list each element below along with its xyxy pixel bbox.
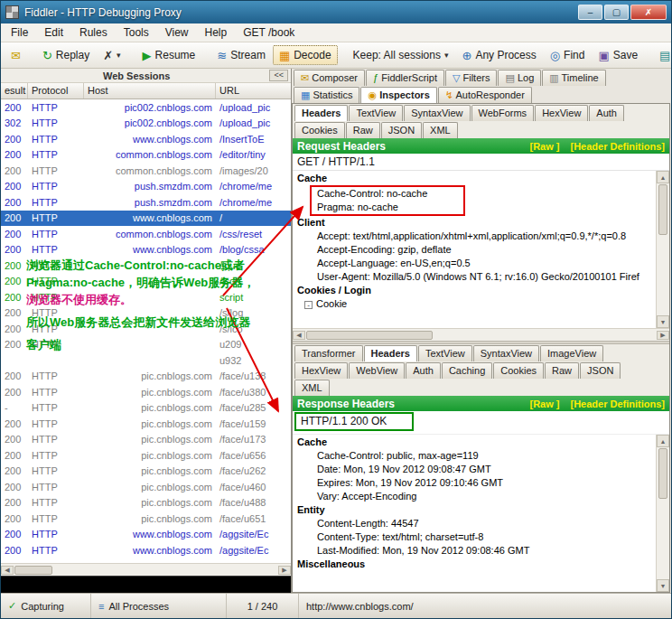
- session-row[interactable]: 200HTTPpush.smzdm.com/chrome/me: [1, 194, 291, 211]
- session-row[interactable]: 200HTTPpic.cnblogs.com/face/u262: [1, 464, 291, 480]
- header-item[interactable]: Expires: Mon, 19 Nov 2012 09:10:46 GMT: [295, 476, 656, 490]
- response-vertical-scrollbar[interactable]: ▲ ▼: [656, 435, 669, 592]
- comment-button[interactable]: ✉: [5, 46, 27, 65]
- maximize-button[interactable]: ▢: [604, 5, 629, 20]
- tab-hexview[interactable]: HexView: [535, 105, 588, 121]
- find-button[interactable]: ◎Find: [544, 45, 592, 65]
- header-definitions-link[interactable]: [Header Definitions]: [570, 141, 665, 152]
- menu-item[interactable]: Edit: [36, 23, 71, 42]
- tab-autoresponder[interactable]: AutoResponder: [438, 87, 532, 103]
- tab-textview[interactable]: TextView: [349, 105, 403, 121]
- menu-item[interactable]: File: [3, 23, 36, 42]
- keep-sessions-button[interactable]: Keep: All sessions▾: [347, 45, 455, 65]
- tab-caching[interactable]: Caching: [442, 362, 492, 379]
- replay-button[interactable]: ↻Replay: [36, 45, 96, 65]
- scroll-up-icon[interactable]: ▲: [657, 171, 669, 183]
- tab-cookies[interactable]: Cookies: [493, 362, 544, 379]
- tab-json[interactable]: JSON: [580, 362, 621, 379]
- header-item[interactable]: Vary: Accept-Encoding: [295, 490, 656, 503]
- capturing-indicator[interactable]: ✓ Capturing: [1, 594, 91, 618]
- header-item[interactable]: Accept-Language: en-US,en;q=0.5: [295, 257, 656, 270]
- any-process-button[interactable]: ⊕Any Process: [455, 45, 542, 65]
- session-row[interactable]: 200HTTPpic.cnblogs.com/face/u460: [1, 479, 291, 495]
- scrollbar-thumb[interactable]: [14, 566, 52, 575]
- tab-raw[interactable]: Raw: [545, 362, 579, 379]
- scrollbar-thumb[interactable]: [658, 184, 667, 235]
- column-header[interactable]: Host: [84, 83, 216, 98]
- session-row[interactable]: 200HTTPpic.cnblogs.com/face/u656: [1, 447, 291, 464]
- session-row[interactable]: 200HTTPpic002.cnblogs.com/upload_pic: [1, 99, 291, 116]
- scroll-down-icon[interactable]: ▼: [657, 315, 669, 328]
- tab-headers[interactable]: Headers: [294, 105, 348, 121]
- session-row[interactable]: 200HTTPcommon.cnblogs.com/images/20: [1, 163, 291, 179]
- tab-imageview[interactable]: ImageView: [540, 345, 603, 361]
- request-horizontal-scrollbar[interactable]: ◀ ▶: [293, 328, 669, 341]
- raw-link[interactable]: [Raw ]: [529, 399, 559, 409]
- session-row[interactable]: 200HTTPwww.cnblogs.com/: [1, 211, 291, 227]
- tab-xml[interactable]: XML: [294, 380, 330, 396]
- tab-cookies[interactable]: Cookies: [294, 122, 345, 138]
- session-row[interactable]: 200HTTPpic.cnblogs.com/face/u173: [1, 432, 291, 448]
- header-item[interactable]: Last-Modified: Mon, 19 Nov 2012 09:08:46…: [295, 544, 656, 558]
- header-item[interactable]: Accept: text/html,application/xhtml+xml,…: [295, 230, 656, 243]
- scrollbar-track[interactable]: [657, 236, 669, 315]
- column-header[interactable]: URL: [216, 83, 291, 98]
- collapse-expander-icon[interactable]: [304, 301, 313, 309]
- session-row[interactable]: 200HTTPcommon.cnblogs.com/editor/tiny: [1, 147, 291, 164]
- tab-auth[interactable]: Auth: [406, 362, 441, 379]
- tab-composer[interactable]: Composer: [294, 70, 365, 86]
- section-client[interactable]: Client: [295, 216, 656, 230]
- tab-filters[interactable]: Filters: [445, 70, 497, 86]
- scrollbar-thumb[interactable]: [658, 448, 667, 499]
- session-row[interactable]: 200HTTPwww.cnblogs.com/InsertToE: [1, 131, 291, 147]
- header-item[interactable]: User-Agent: Mozilla/5.0 (Windows NT 6.1;…: [295, 270, 656, 284]
- tab-xml[interactable]: XML: [423, 122, 458, 138]
- request-line[interactable]: GET / HTTP/1.1: [293, 154, 669, 171]
- session-row[interactable]: 200HTTPpic.cnblogs.com/face/u488: [1, 495, 291, 511]
- header-definitions-link[interactable]: [Header Definitions]: [570, 399, 665, 409]
- tab-webview[interactable]: WebView: [349, 362, 405, 379]
- scrollbar-track[interactable]: [657, 500, 669, 579]
- session-row[interactable]: u932: [1, 352, 291, 369]
- session-row[interactable]: 200HTTP/jque: [1, 258, 291, 274]
- menu-item[interactable]: GET /book: [235, 23, 303, 42]
- quickexec-input[interactable]: [1, 576, 291, 593]
- session-row[interactable]: 302HTTPpic002.cnblogs.com/upload_pic: [1, 116, 291, 132]
- tab-textview[interactable]: TextView: [418, 345, 472, 361]
- session-row[interactable]: 200HTTPscript: [1, 289, 291, 305]
- scroll-right-icon[interactable]: ▶: [278, 566, 291, 575]
- scroll-up-icon[interactable]: ▲: [657, 435, 669, 447]
- header-item[interactable]: Cache-Control: no-cache: [312, 187, 463, 201]
- tab-syntaxview[interactable]: SyntaxView: [473, 345, 539, 361]
- response-status-highlight[interactable]: HTTP/1.1 200 OK: [294, 412, 414, 431]
- session-row[interactable]: 200HTTP/s/log: [1, 305, 291, 322]
- session-row[interactable]: 200HTTP/json: [1, 274, 291, 290]
- sessions-horizontal-scrollbar[interactable]: ◀ ▶: [1, 563, 291, 576]
- tab-headers[interactable]: Headers: [364, 345, 417, 361]
- section-cache[interactable]: Cache: [295, 172, 656, 185]
- header-item[interactable]: Content-Type: text/html; charset=utf-8: [295, 530, 656, 544]
- menu-item[interactable]: Tools: [116, 23, 157, 42]
- column-header[interactable]: Protocol: [28, 83, 84, 98]
- screenshot-button[interactable]: ▤: [653, 46, 672, 65]
- save-button[interactable]: ▣Save: [592, 45, 644, 65]
- header-item[interactable]: Cache-Control: public, max-age=119: [295, 449, 656, 463]
- header-item[interactable]: Accept-Encoding: gzip, deflate: [295, 243, 656, 257]
- tab-fiddlerscript[interactable]: FiddlerScript: [366, 70, 444, 86]
- scrollbar-thumb[interactable]: [306, 331, 433, 340]
- process-filter[interactable]: ≡ All Processes: [91, 594, 227, 618]
- close-button[interactable]: ✗: [630, 5, 667, 20]
- resume-button[interactable]: ▶Resume: [136, 45, 202, 65]
- tab-auth[interactable]: Auth: [589, 105, 624, 121]
- session-row[interactable]: 200HTTPcommon.cnblogs.com/css/reset: [1, 226, 291, 242]
- scroll-down-icon[interactable]: ▼: [657, 579, 669, 592]
- tab-timeline[interactable]: Timeline: [542, 70, 605, 86]
- menu-item[interactable]: Rules: [71, 23, 116, 42]
- stream-button[interactable]: ≋Stream: [210, 45, 272, 65]
- header-item[interactable]: Pragma: no-cache: [312, 201, 463, 214]
- tab-inspectors[interactable]: Inspectors: [360, 87, 436, 103]
- session-row[interactable]: 200HTTPwww.cnblogs.com/aggsite/Ec: [1, 542, 291, 558]
- session-row[interactable]: 200HTTPpush.smzdm.com/chrome/me: [1, 179, 291, 195]
- menu-item[interactable]: View: [157, 23, 197, 42]
- tab-transformer[interactable]: Transformer: [294, 345, 363, 361]
